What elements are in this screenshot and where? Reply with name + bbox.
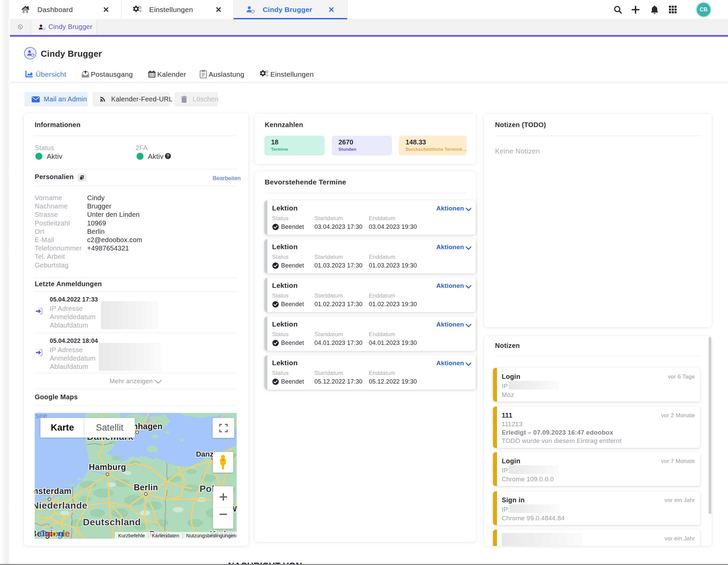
svg-text:Amsterdam: Amsterdam (35, 486, 71, 496)
svg-text:Deutschland: Deutschland (83, 517, 141, 527)
svg-text:Hamburg: Hamburg (89, 462, 126, 472)
svg-text:Berlin: Berlin (134, 483, 158, 492)
svg-text:Niederlande: Niederlande (35, 500, 87, 511)
